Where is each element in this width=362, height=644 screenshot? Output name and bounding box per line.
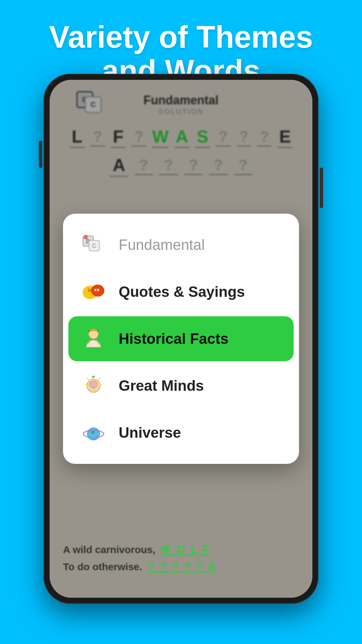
clue-1-text: A wild carnivorous, xyxy=(63,544,156,555)
menu-item-universe[interactable]: Universe xyxy=(68,410,294,455)
quotes-label: Quotes & Sayings xyxy=(119,283,245,300)
svg-line-16 xyxy=(98,378,100,380)
historical-label: Historical Facts xyxy=(119,330,229,347)
clue-1-answer: W O L F xyxy=(161,543,210,556)
side-button-right xyxy=(320,168,323,208)
universe-icon xyxy=(78,418,109,448)
great-minds-icon xyxy=(78,371,109,401)
svg-text:A: A xyxy=(85,236,87,239)
svg-point-28 xyxy=(103,430,104,432)
svg-point-11 xyxy=(96,289,97,291)
theme-modal: B C A Fundamental xyxy=(63,214,299,464)
bottom-clues: A wild carnivorous, W O L F To do otherw… xyxy=(63,539,299,578)
svg-line-17 xyxy=(87,378,88,380)
svg-line-18 xyxy=(100,384,102,385)
clue-2-answer: ? ? ? ? ? E xyxy=(147,560,217,573)
svg-text:C: C xyxy=(92,243,96,249)
menu-item-great-minds[interactable]: Great Minds xyxy=(68,363,294,408)
svg-point-22 xyxy=(92,385,93,386)
phone-mockup: B C Fundamental SOLUTION L ? F ? W A S xyxy=(44,74,318,604)
svg-point-12 xyxy=(99,289,100,291)
svg-text:❝: ❝ xyxy=(87,287,92,297)
clue-row-1: A wild carnivorous, W O L F xyxy=(63,543,299,556)
modal-overlay: B C A Fundamental xyxy=(50,80,312,598)
phone-screen: B C Fundamental SOLUTION L ? F ? W A S xyxy=(50,80,312,598)
svg-point-23 xyxy=(95,385,96,386)
quotes-icon: ❝ xyxy=(78,277,109,307)
clue-row-2: To do otherwise. ? ? ? ? ? E xyxy=(63,560,299,573)
svg-line-19 xyxy=(85,384,87,385)
menu-item-historical[interactable]: Historical Facts xyxy=(68,316,294,361)
fundamental-icon: B C A xyxy=(78,230,109,260)
universe-label: Universe xyxy=(119,424,181,441)
phone-frame: B C Fundamental SOLUTION L ? F ? W A S xyxy=(44,74,318,604)
side-button-left xyxy=(39,141,42,168)
svg-point-27 xyxy=(100,424,101,426)
historical-icon xyxy=(78,324,109,354)
menu-item-quotes[interactable]: ❝ Quotes & Sayings xyxy=(68,269,294,314)
clue-2-text: To do otherwise. xyxy=(63,561,142,573)
great-minds-label: Great Minds xyxy=(119,377,204,394)
fundamental-label: Fundamental xyxy=(119,236,205,253)
menu-item-fundamental[interactable]: B C A Fundamental xyxy=(68,222,294,267)
